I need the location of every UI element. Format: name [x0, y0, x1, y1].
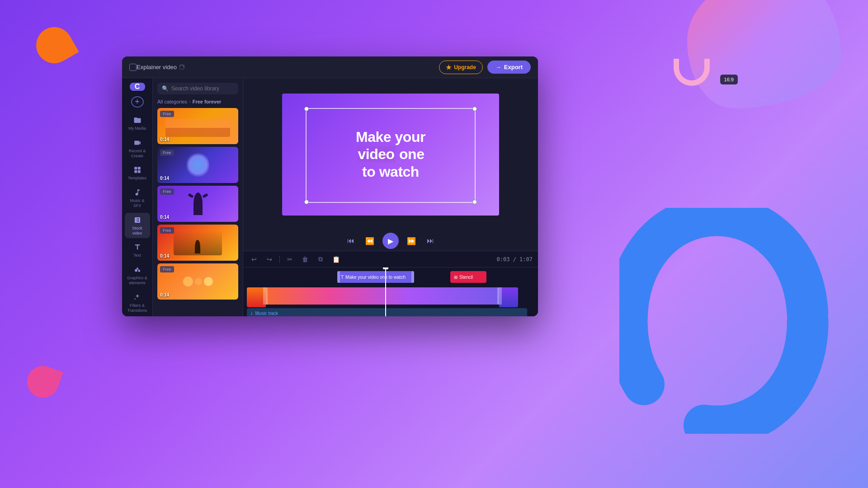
sidebar-item-my-media[interactable]: My Media [125, 113, 150, 134]
time-display: 0:03 / 1:07 [497, 256, 533, 263]
top-bar: Explainer video ★ Upgrade → Export [122, 56, 538, 78]
upgrade-label: Upgrade [454, 64, 476, 70]
breadcrumb: All categories › Free forever [153, 99, 243, 108]
tab-title: Explainer video [137, 64, 177, 70]
handle-tl[interactable] [304, 107, 309, 111]
text-clip-label: Make your video one to watch [345, 275, 406, 280]
arrow-right-icon: → [495, 64, 501, 70]
bg-blob-left-orange [29, 20, 79, 70]
app-window: Explainer video ★ Upgrade → Export C + [122, 56, 538, 316]
fast-forward-button[interactable]: ⏩ [405, 235, 418, 247]
undo-button[interactable]: ↩ [249, 254, 259, 265]
sidebar-item-graphics[interactable]: Graphics &elements [125, 263, 150, 288]
canvas-frame: Make your video one to watch [282, 94, 499, 216]
copy-button[interactable]: ⧉ [315, 254, 326, 265]
duration-badge-1: 0:14 [160, 137, 169, 142]
rewind-button[interactable]: ⏪ [363, 235, 376, 247]
time-current: 0:03 [497, 256, 510, 263]
tab-icon [129, 64, 137, 71]
video-clip-resize-right[interactable] [497, 287, 502, 305]
stencil-clip-label: Stencil [459, 275, 473, 280]
svg-rect-3 [137, 170, 140, 173]
breadcrumb-separator: › [189, 99, 191, 104]
duration-badge-4: 0:14 [160, 253, 169, 258]
shapes-icon [133, 265, 142, 274]
handle-bl[interactable] [304, 200, 309, 204]
bg-c-shape-icon [619, 208, 845, 434]
video-grid: Free 0:14 Free 0:14 [153, 108, 243, 316]
selection-box [306, 108, 476, 203]
video-thumb-5[interactable]: Free 0:14 [157, 263, 238, 300]
video-thumb-2[interactable]: Free 0:14 [157, 147, 238, 183]
sidebar-label-templates: Templates [128, 176, 146, 181]
free-badge-5: Free [160, 266, 174, 272]
cut-button[interactable]: ✂ [284, 254, 295, 265]
text-clip[interactable]: T Make your video one to watch [337, 271, 414, 283]
sidebar-label-stock-video: Stockvideo [132, 226, 142, 236]
sidebar-item-filters[interactable]: Filters &Transitions [125, 290, 150, 316]
tab-label: Explainer video [137, 64, 185, 70]
free-badge-1: Free [160, 111, 174, 117]
add-button[interactable]: + [131, 96, 144, 108]
skip-to-start-button[interactable]: ⏮ [344, 235, 357, 247]
bg-blob-left-pink [23, 361, 63, 402]
music-icon [133, 188, 142, 197]
delete-button[interactable]: 🗑 [300, 254, 311, 265]
timeline-toolbar: ↩ ↪ ✂ 🗑 ⧉ 📋 0:03 / 1:07 [243, 251, 538, 267]
logo-button[interactable]: C [130, 83, 145, 91]
music-note-icon: ♪ [250, 310, 253, 316]
text-track: T Make your video one to watch ⊞ Stencil [247, 270, 534, 285]
panel: 🔍 All categories › Free forever Fre [153, 78, 243, 316]
video-track [247, 286, 534, 306]
playback-controls: ⏮ ⏪ ▶ ⏩ ⏭ [243, 231, 538, 251]
video-thumb-4[interactable]: Free 0:14 [157, 225, 238, 261]
export-button[interactable]: → Export [487, 61, 531, 74]
upgrade-button[interactable]: ★ Upgrade [439, 61, 483, 74]
paste-button[interactable]: 📋 [330, 254, 341, 265]
text-clip-handle-left[interactable] [337, 271, 340, 283]
free-badge-4: Free [160, 227, 174, 234]
aspect-ratio-badge: 16:9 [720, 75, 738, 84]
timeline-area: ↩ ↪ ✂ 🗑 ⧉ 📋 0:03 / 1:07 [243, 251, 538, 316]
main-content: C + My Media Record &Create [122, 78, 538, 316]
duration-badge-5: 0:14 [160, 292, 169, 297]
sparkles-icon [133, 293, 142, 302]
skip-to-end-button[interactable]: ⏭ [424, 235, 437, 247]
video-thumb-1[interactable]: Free 0:14 [157, 108, 238, 144]
refresh-icon [179, 65, 185, 70]
sidebar-item-text[interactable]: Text [125, 240, 150, 261]
side-nav: C + My Media Record &Create [122, 78, 153, 316]
duration-badge-2: 0:14 [160, 176, 169, 181]
breadcrumb-all-categories[interactable]: All categories [157, 99, 187, 104]
playhead[interactable] [385, 267, 386, 316]
sidebar-item-templates[interactable]: Templates [125, 163, 150, 183]
search-input[interactable] [171, 85, 234, 92]
svg-rect-5 [138, 270, 140, 272]
timeline-tracks: T Make your video one to watch ⊞ Stencil [243, 267, 538, 316]
film-icon [133, 216, 142, 225]
video-thumb-3[interactable]: Free 0:14 [157, 186, 238, 222]
sidebar-label-my-media: My Media [128, 126, 146, 131]
music-clip[interactable]: ♪ Music track [247, 308, 527, 316]
svg-rect-0 [134, 167, 137, 170]
handle-tr[interactable] [472, 107, 477, 111]
svg-rect-1 [137, 167, 140, 170]
music-track: ♪ Music track [247, 308, 534, 316]
sidebar-item-stock-video[interactable]: Stockvideo [125, 213, 150, 239]
svg-point-4 [135, 269, 137, 272]
sidebar-label-text: Text [133, 253, 141, 258]
sidebar-item-music[interactable]: Music & SFX [125, 185, 150, 211]
video-clip[interactable] [247, 287, 518, 305]
music-track-label: Music track [255, 311, 278, 316]
play-button[interactable]: ▶ [382, 233, 399, 249]
redo-button[interactable]: ↪ [264, 254, 275, 265]
text-clip-handle-right[interactable] [411, 271, 414, 283]
video-clip-resize-left[interactable] [263, 287, 268, 305]
playhead-handle[interactable] [383, 267, 388, 269]
sidebar-item-record[interactable]: Record &Create [125, 136, 150, 161]
handle-br[interactable] [472, 200, 477, 204]
stencil-clip[interactable]: ⊞ Stencil [450, 271, 486, 283]
canvas-area: Make your video one to watch [243, 78, 538, 231]
folder-icon [133, 116, 142, 125]
free-badge-2: Free [160, 150, 174, 156]
